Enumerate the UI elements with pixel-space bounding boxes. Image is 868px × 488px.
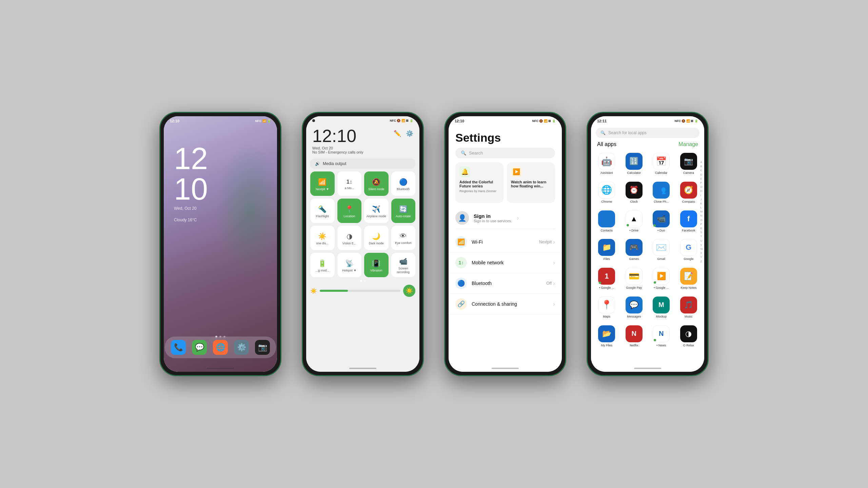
tile-display[interactable]: ☀️ one dis... (310, 226, 335, 250)
mobile-row-icon: 1↕ (455, 257, 467, 268)
tile-battery[interactable]: 🔋 ...g mod... (310, 253, 335, 277)
sign-in-title: Sign in (474, 213, 512, 219)
settings-card-ringtone[interactable]: 🔔 Added the Colorful Future series Ringt… (455, 162, 504, 203)
tile-flashlight[interactable]: 🔦 Flashlight (310, 199, 335, 223)
brightness-bar[interactable] (320, 290, 400, 292)
app-news[interactable]: N • News (648, 323, 674, 350)
tile-vibration[interactable]: 📳 Vibration (364, 253, 389, 277)
nav-bar-settings (492, 368, 519, 369)
camera-dot (312, 119, 315, 122)
app-calculator[interactable]: 🔢 Calculator (621, 150, 647, 178)
settings-row-bluetooth[interactable]: 🔵 Bluetooth Off (449, 273, 562, 294)
app-files[interactable]: 📁 Files (594, 236, 620, 264)
app-maps[interactable]: 📍 Maps (594, 294, 620, 321)
bt-row-value: Off (546, 280, 555, 287)
cc-dot-1 (360, 280, 362, 282)
chevron-right-bt (553, 280, 555, 287)
dock-camera[interactable]: 📷 (255, 340, 270, 355)
display-icon: ☀️ (318, 232, 327, 240)
status-bar-phone1: 12:10 NFC 📶 🔋 (164, 116, 277, 124)
darkmode-icon: 🌙 (372, 232, 380, 240)
app-duo[interactable]: 📹 • Duo (648, 208, 674, 235)
app-o-relax[interactable]: ◑ O Relax (676, 323, 702, 350)
dock-phone[interactable]: 📞 (171, 340, 186, 355)
tile-airplane[interactable]: ✈️ Airplane mode (364, 199, 389, 223)
app-google[interactable]: G Google (676, 236, 702, 264)
apps-search-bar[interactable]: 🔍 Search for local apps (596, 128, 699, 138)
sharing-row-label: Connection & sharing (472, 301, 548, 307)
media-output-label: Media output (323, 161, 346, 166)
settings-icon[interactable]: ⚙️ (406, 130, 413, 137)
status-bar-phone4: 12:11 NFC 🔕 📶 ⊠ 🔋 (591, 116, 704, 124)
tile-vision[interactable]: ◑ Vision E... (337, 226, 362, 250)
app-facebook[interactable]: f Facebook (676, 208, 702, 235)
mobile-row-label: Mobile network (472, 260, 548, 265)
quick-tiles: 📶 Nextpit ▼ 1↕ a Mo... 🔕 Silent mode 🔵 B… (306, 171, 419, 277)
tile-screenrecord[interactable]: 📹 Screen recording (391, 253, 416, 277)
wifi-icon: 📶 (318, 178, 327, 186)
settings-row-sharing[interactable]: 🔗 Connection & sharing (449, 294, 562, 314)
phone-3-settings: 12:10 NFC 🔕 📶 ⊠ 🔋 Settings 🔍 Search 🔔 Ad… (444, 112, 566, 376)
app-games[interactable]: 🎮 Games (621, 236, 647, 264)
app-clock[interactable]: ⏰ Clock (621, 179, 647, 206)
edit-icon[interactable]: ✏️ (394, 130, 401, 137)
flashlight-icon: 🔦 (318, 205, 327, 213)
decorative-wave (216, 143, 277, 279)
search-placeholder: Search (469, 150, 483, 156)
app-keep-notes[interactable]: 📝 Keep Notes (676, 265, 702, 292)
brightness-control[interactable]: ☀️ ☀️ (310, 285, 415, 297)
dock-settings[interactable]: ⚙️ (234, 340, 249, 355)
tile-wifi[interactable]: 📶 Nextpit ▼ (310, 171, 335, 196)
tile-hotspot[interactable]: 📡 Hotspot ▼ (337, 253, 362, 277)
manage-label[interactable]: Manage (678, 141, 698, 147)
settings-row-mobile[interactable]: 1↕ Mobile network (449, 252, 562, 273)
app-gmail[interactable]: ✉️ Gmail (648, 236, 674, 264)
tile-eyecomfort[interactable]: 👁 Eye comfort (391, 226, 416, 250)
app-messages[interactable]: 💬 Messages (621, 294, 647, 321)
tile-network[interactable]: 1↕ a Mo... (337, 171, 362, 196)
clock-hour: 12 (174, 143, 208, 174)
tile-autorotate[interactable]: 🔄 Auto-rotate (391, 199, 416, 223)
dock-chrome[interactable]: 🌐 (213, 340, 228, 355)
wifi-row-label: Wi-Fi (472, 239, 534, 245)
status-icons-phone3: NFC 🔕 📶 ⊠ 🔋 (532, 119, 556, 123)
status-bar-phone3: 12:10 NFC 🔕 📶 ⊠ 🔋 (449, 116, 562, 124)
tile-silent[interactable]: 🔕 Silent mode (364, 171, 389, 196)
dock-messages[interactable]: 💬 (192, 340, 207, 355)
app-contacts[interactable]: 👤 Contacts (594, 208, 620, 235)
tile-bluetooth[interactable]: 🔵 Bluetooth (391, 171, 416, 196)
app-assistant[interactable]: 🤖 Assistant (594, 150, 620, 178)
chevron-right-sharing (553, 301, 555, 308)
app-camera[interactable]: 📷 Camera (676, 150, 702, 178)
app-drive[interactable]: ▲ • Drive (621, 208, 647, 235)
rotate-icon: 🔄 (399, 205, 408, 213)
app-google-one[interactable]: 1 • Google ... (594, 265, 620, 292)
app-calendar[interactable]: 📅 Calendar (648, 150, 674, 178)
card-title-anim: Watch anim to learn how floating win... (511, 180, 551, 188)
app-clone-phone[interactable]: 👥 Clone Ph... (648, 179, 674, 206)
sign-in-row[interactable]: 👤 Sign in Sign in to use services. (455, 207, 555, 229)
cc-time: 12:10 (312, 127, 363, 145)
app-google-pay[interactable]: 💳 Google Pay (621, 265, 647, 292)
app-chrome[interactable]: 🌐 Chrome (594, 179, 620, 206)
media-output-bar[interactable]: 🔊 Media output (310, 159, 415, 169)
bluetooth-icon: 🔵 (399, 178, 408, 186)
app-google-play[interactable]: ▶️ • Google ... (648, 265, 674, 292)
brightness-button[interactable]: ☀️ (403, 285, 415, 297)
dock: 📞 💬 🌐 ⚙️ 📷 (165, 337, 276, 358)
app-netflix[interactable]: N Netflix (621, 323, 647, 350)
app-music[interactable]: 🎵 Music (676, 294, 702, 321)
app-compass[interactable]: 🧭 Compass (676, 179, 702, 206)
app-mockup[interactable]: M Mockup (648, 294, 674, 321)
chevron-right-mobile (553, 259, 555, 266)
app-my-files[interactable]: 📂 My Files (594, 323, 620, 350)
tile-location[interactable]: 📍 Location (337, 199, 362, 223)
settings-card-anim[interactable]: ▶️ Watch anim to learn how floating win.… (507, 162, 555, 203)
bt-row-icon: 🔵 (455, 278, 467, 289)
settings-row-wifi[interactable]: 📶 Wi-Fi Nextpit (449, 232, 562, 252)
network-icon: 1↕ (347, 179, 352, 185)
settings-search-bar[interactable]: 🔍 Search (455, 148, 555, 158)
settings-screen: 12:10 NFC 🔕 📶 ⊠ 🔋 Settings 🔍 Search 🔔 Ad… (449, 116, 562, 372)
tile-darkmode[interactable]: 🌙 Dark mode (364, 226, 389, 250)
apps-header: All apps Manage (591, 141, 704, 150)
